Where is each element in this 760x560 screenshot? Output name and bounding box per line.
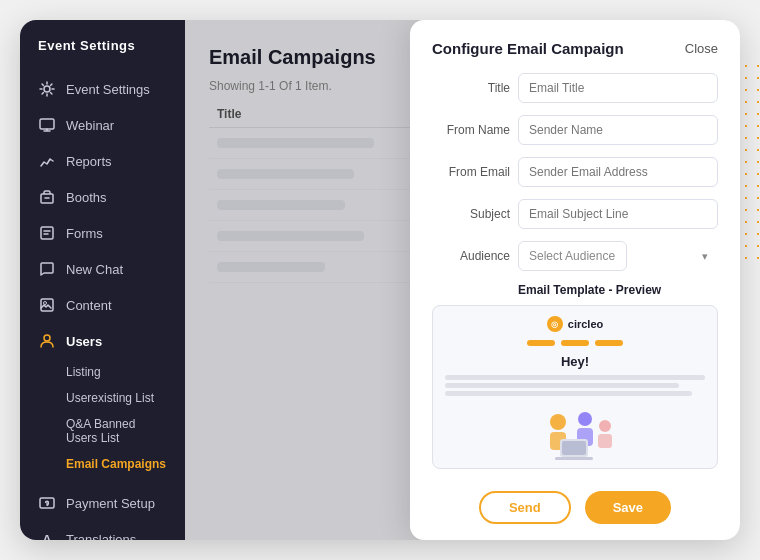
email-preview: ◎ circleo Hey! — [432, 305, 718, 469]
ep-hey: Hey! — [445, 354, 705, 369]
sidebar-item-users[interactable]: Users — [20, 323, 185, 359]
from-email-label: From Email — [432, 165, 510, 179]
sidebar-sub-qa-banned[interactable]: Q&A Banned Users List — [20, 411, 185, 451]
sidebar-item-label-reports: Reports — [66, 154, 112, 169]
ep-nav-item — [561, 340, 589, 346]
audience-select[interactable]: Select Audience — [518, 241, 627, 271]
sidebar-item-label-translations: Translations — [66, 532, 136, 541]
monitor-icon — [38, 116, 56, 134]
gear-icon — [38, 80, 56, 98]
email-preview-inner: ◎ circleo Hey! — [433, 306, 717, 469]
svg-rect-16 — [555, 457, 593, 460]
form-row-audience: Audience Select Audience — [432, 241, 718, 271]
title-input[interactable] — [518, 73, 718, 103]
svg-rect-3 — [41, 227, 53, 239]
forms-icon — [38, 224, 56, 242]
sidebar-item-label-content: Content — [66, 298, 112, 313]
ep-text-line — [445, 391, 692, 396]
chart-icon — [38, 152, 56, 170]
subject-label: Subject — [432, 207, 510, 221]
content-icon — [38, 296, 56, 314]
sidebar-item-payment-setup[interactable]: Payment Setup — [20, 485, 185, 521]
user-icon — [38, 332, 56, 350]
save-button[interactable]: Save — [585, 491, 671, 524]
sidebar-item-label-payment-setup: Payment Setup — [66, 496, 155, 511]
sidebar-item-label-forms: Forms — [66, 226, 103, 241]
modal-overlay: Configure Email Campaign Close Title Fro… — [185, 20, 740, 540]
ep-nav-item — [527, 340, 555, 346]
sidebar-item-label-event-settings: Event Settings — [66, 82, 150, 97]
sidebar-item-forms[interactable]: Forms — [20, 215, 185, 251]
ep-logo: ◎ circleo — [445, 316, 705, 332]
dollar-icon — [38, 494, 56, 512]
sidebar-item-label-webinar: Webinar — [66, 118, 114, 133]
from-name-label: From Name — [432, 123, 510, 137]
sidebar-sub-userexisting-list[interactable]: Userexisting List — [20, 385, 185, 411]
from-name-input[interactable] — [518, 115, 718, 145]
from-email-input[interactable] — [518, 157, 718, 187]
title-label: Title — [432, 81, 510, 95]
send-button[interactable]: Send — [479, 491, 571, 524]
ep-logo-text: circleo — [568, 318, 603, 330]
sidebar-item-webinar[interactable]: Webinar — [20, 107, 185, 143]
svg-rect-1 — [40, 119, 54, 129]
ep-illustration — [445, 404, 705, 464]
svg-point-8 — [550, 414, 566, 430]
sidebar-item-label-new-chat: New Chat — [66, 262, 123, 277]
main-content: Email Campaigns Create Showing 1-1 Of 1 … — [185, 20, 740, 540]
audience-select-wrapper: Select Audience — [518, 241, 718, 271]
ep-text-lines — [445, 375, 705, 396]
sidebar-logo: Event Settings — [20, 38, 185, 71]
ep-text-line — [445, 375, 705, 380]
sidebar-item-new-chat[interactable]: New Chat — [20, 251, 185, 287]
svg-point-10 — [578, 412, 592, 426]
configure-email-modal: Configure Email Campaign Close Title Fro… — [410, 20, 740, 540]
template-preview-label: Email Template - Preview — [518, 283, 718, 297]
sidebar-sub-email-campaigns[interactable]: Email Campaigns — [20, 451, 185, 477]
form-row-from-email: From Email — [432, 157, 718, 187]
svg-point-12 — [599, 420, 611, 432]
sidebar-item-label-users: Users — [66, 334, 102, 349]
sidebar-item-label-booths: Booths — [66, 190, 106, 205]
modal-footer: Send Save — [432, 483, 718, 524]
audience-label: Audience — [432, 249, 510, 263]
form-row-from-name: From Name — [432, 115, 718, 145]
form-row-subject: Subject — [432, 199, 718, 229]
modal-title: Configure Email Campaign — [432, 40, 624, 57]
form-row-title: Title — [432, 73, 718, 103]
close-button[interactable]: Close — [685, 41, 718, 56]
box-icon — [38, 188, 56, 206]
app-container: Event Settings Event Settings Webinar Re… — [20, 20, 740, 540]
sidebar: Event Settings Event Settings Webinar Re… — [20, 20, 185, 540]
sidebar-item-content[interactable]: Content — [20, 287, 185, 323]
subject-input[interactable] — [518, 199, 718, 229]
ep-logo-icon: ◎ — [547, 316, 563, 332]
svg-rect-15 — [562, 441, 586, 455]
chat-icon — [38, 260, 56, 278]
svg-point-5 — [44, 302, 47, 305]
sidebar-item-event-settings[interactable]: Event Settings — [20, 71, 185, 107]
svg-rect-13 — [598, 434, 612, 448]
ep-text-line — [445, 383, 679, 388]
ep-nav — [445, 340, 705, 346]
sidebar-item-booths[interactable]: Booths — [20, 179, 185, 215]
sidebar-sub-listing[interactable]: Listing — [20, 359, 185, 385]
ep-nav-item — [595, 340, 623, 346]
modal-header: Configure Email Campaign Close — [432, 40, 718, 57]
svg-point-6 — [44, 335, 50, 341]
sidebar-item-translations[interactable]: A Translations — [20, 521, 185, 540]
sidebar-item-reports[interactable]: Reports — [20, 143, 185, 179]
svg-point-0 — [44, 86, 50, 92]
translations-icon: A — [38, 530, 56, 540]
